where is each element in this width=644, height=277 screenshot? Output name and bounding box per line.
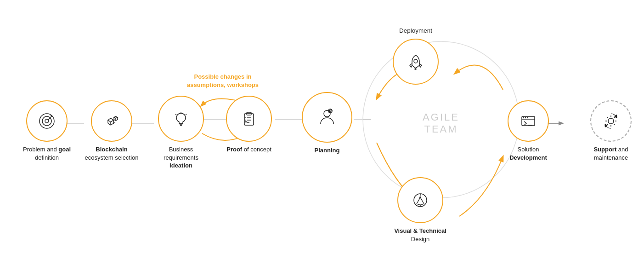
ideation-circle (158, 96, 204, 142)
svg-point-52 (414, 59, 418, 63)
svg-point-26 (113, 123, 114, 124)
svg-point-12 (45, 119, 49, 123)
proof-label: Proof of concept (226, 145, 271, 154)
svg-line-17 (108, 123, 111, 125)
svg-line-49 (332, 112, 332, 113)
deployment-circle (393, 39, 439, 85)
blockchain-node: Blockchain ecosystem selection (84, 100, 139, 162)
deployment-node: Deployment (393, 27, 439, 85)
blockchain-label: Blockchain ecosystem selection (84, 145, 139, 162)
proof-node: Proof of concept (226, 96, 272, 154)
problem-circle (26, 100, 68, 142)
support-node: Support and maintenance (583, 100, 638, 162)
ideation-label: Business requirements Ideation (153, 145, 209, 170)
svg-marker-14 (108, 118, 113, 122)
problem-node: Problem and goal definition (19, 100, 74, 162)
svg-point-63 (523, 117, 524, 118)
planning-label: Planning (315, 146, 340, 155)
proof-circle (226, 96, 272, 142)
planning-node: Planning (302, 92, 352, 155)
svg-line-59 (420, 197, 424, 204)
visual-design-circle (397, 177, 443, 223)
blockchain-circle (91, 100, 132, 142)
visual-design-node: Visual & Technical Design (393, 177, 448, 243)
svg-line-58 (417, 197, 420, 204)
svg-marker-20 (114, 116, 118, 118)
svg-line-51 (329, 112, 329, 113)
solution-circle (508, 100, 549, 142)
agile-team-label: AGILE TEAM (404, 111, 478, 135)
solution-label: Solution Development (501, 145, 556, 162)
svg-point-43 (329, 110, 331, 112)
svg-point-65 (527, 117, 528, 118)
planning-circle (302, 92, 352, 143)
problem-label: Problem and goal definition (19, 145, 74, 162)
svg-point-67 (608, 118, 614, 124)
possible-changes-label: Possible changes inassumptions, workshop… (175, 73, 271, 89)
diagram-container: Problem and goal definition (0, 0, 644, 277)
svg-point-27 (114, 122, 115, 123)
svg-point-60 (419, 196, 421, 198)
support-label: Support and maintenance (583, 145, 638, 162)
solution-node: Solution Development (501, 100, 556, 162)
deployment-top-label: Deployment (399, 27, 432, 35)
svg-line-33 (175, 114, 176, 115)
svg-line-18 (111, 123, 113, 125)
ideation-node: Business requirements Ideation (153, 96, 209, 170)
svg-line-32 (186, 114, 186, 115)
svg-line-50 (332, 110, 332, 110)
visual-design-label: Visual & Technical Design (393, 227, 448, 243)
svg-point-64 (525, 117, 526, 118)
svg-line-48 (329, 110, 329, 110)
support-circle (590, 100, 632, 142)
